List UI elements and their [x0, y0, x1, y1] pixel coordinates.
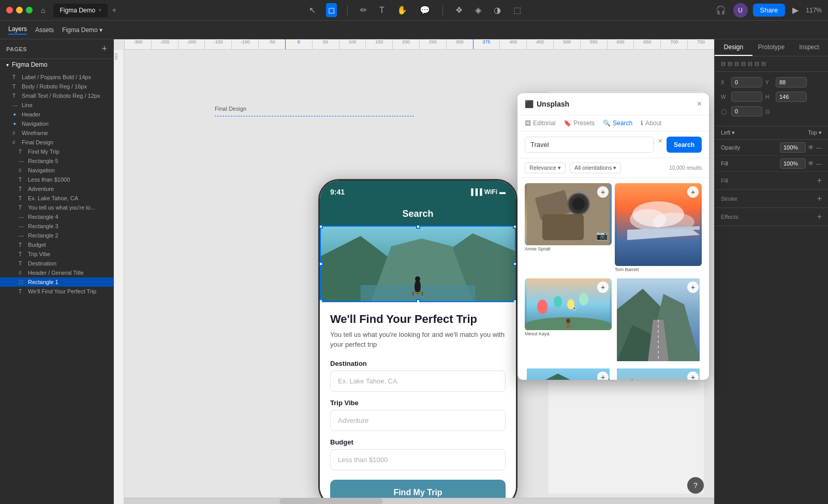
image-wrap[interactable]: +	[525, 368, 612, 380]
layer-item-budget-text[interactable]: T Less than $1000	[0, 175, 113, 184]
add-image-button[interactable]: +	[597, 186, 609, 198]
layer-item-perfect-trip[interactable]: T We'll Find Your Perfect Trip	[0, 287, 113, 296]
unsplash-close-button[interactable]: ×	[697, 99, 702, 109]
share-button[interactable]: Share	[753, 4, 786, 17]
eye-icon2[interactable]: 👁	[808, 160, 814, 167]
user-avatar[interactable]: U	[733, 3, 748, 18]
align-right-icon[interactable]: ⊟	[734, 61, 739, 67]
tab-close-icon[interactable]: ×	[98, 7, 101, 13]
component-icon[interactable]: ❖	[453, 3, 465, 17]
fullscreen-button[interactable]	[26, 7, 33, 13]
add-fill-button[interactable]: +	[817, 176, 822, 185]
image-wrap[interactable]: +	[615, 368, 702, 380]
unsplash-search-input[interactable]	[525, 137, 654, 153]
unsplash-image-item[interactable]: + Annie Spratt	[525, 183, 612, 275]
layer-item-header-title[interactable]: # Header / General Title	[0, 268, 113, 277]
destination-input[interactable]: Ex. Lake Tahoe, CA	[330, 370, 506, 392]
layer-item-rect4[interactable]: — Rectangle 4	[0, 212, 113, 221]
add-image-button[interactable]: +	[597, 281, 609, 293]
contrast-icon[interactable]: ◑	[492, 3, 503, 17]
add-image-button[interactable]: +	[687, 281, 699, 293]
hand-tool[interactable]: ✋	[395, 3, 409, 17]
layer-item-rect5[interactable]: — Rectangle 5	[0, 156, 113, 166]
layer-item-wireframe[interactable]: # Wireframe	[0, 128, 113, 138]
layer-item-destination[interactable]: T Destination	[0, 259, 113, 268]
layer-item-trip-vibe[interactable]: T Trip Vibe	[0, 249, 113, 259]
presets-tab[interactable]: 🔖 Presets	[564, 120, 595, 127]
layer-item-navigation[interactable]: ✦ Navigation	[0, 119, 113, 128]
prototype-icon[interactable]: ⬚	[511, 3, 523, 17]
resize-handle-tr[interactable]	[513, 226, 516, 229]
add-image-button[interactable]: +	[687, 372, 699, 380]
pen-tool[interactable]: ✏	[358, 3, 369, 17]
w-input[interactable]	[731, 92, 762, 102]
layer-item-final-design[interactable]: # Final Design	[0, 138, 113, 147]
layer-item-nav2[interactable]: # Navigation	[0, 166, 113, 175]
distribute-h-icon[interactable]: ⊟	[761, 61, 766, 67]
figma-demo-breadcrumb[interactable]: Figma Demo ▾	[62, 26, 102, 34]
new-tab-button[interactable]: +	[112, 6, 116, 15]
help-button[interactable]: ?	[687, 477, 704, 494]
budget-input[interactable]: Less than $1000	[330, 449, 506, 470]
corner-input[interactable]	[731, 106, 762, 116]
figma-demo-page[interactable]: ▾ Figma Demo	[0, 59, 113, 70]
layer-item-lake[interactable]: T Ex. Lake Tahoe, CA	[0, 194, 113, 203]
layer-item-find-my-trip[interactable]: T Find My Trip	[0, 147, 113, 156]
minimize-button[interactable]	[16, 7, 23, 13]
minus-icon[interactable]: —	[816, 144, 822, 151]
tab-inspect[interactable]: Inspect	[790, 39, 828, 56]
trip-vibe-input[interactable]: Adventure	[330, 410, 506, 431]
unsplash-image-item[interactable]: + Mesut Kaya	[525, 278, 612, 365]
orientation-filter[interactable]: All orientations ▾	[570, 162, 621, 173]
y-input[interactable]	[776, 77, 807, 87]
resize-handle-ml[interactable]	[320, 262, 323, 266]
layer-item[interactable]: T Body / Roboto Reg / 16px	[0, 82, 113, 91]
resize-handle-mr[interactable]	[513, 262, 516, 266]
text-tool[interactable]: T	[377, 4, 387, 17]
resize-handle-bl[interactable]	[320, 299, 323, 302]
add-image-button[interactable]: +	[687, 186, 699, 198]
unsplash-image-item[interactable]: +	[615, 278, 702, 365]
layers-tab[interactable]: Layers	[8, 25, 27, 35]
tab-prototype[interactable]: Prototype	[752, 39, 790, 56]
headphone-icon[interactable]: 🎧	[714, 3, 728, 17]
about-tab[interactable]: ℹ About	[641, 120, 661, 127]
close-button[interactable]	[6, 7, 13, 13]
add-stroke-button[interactable]: +	[817, 194, 822, 203]
scrollbar-thumb-h[interactable]	[279, 498, 383, 504]
fill-input[interactable]	[780, 158, 806, 169]
align-dropdown[interactable]: Left ▾	[721, 129, 735, 136]
add-effects-button[interactable]: +	[817, 212, 822, 221]
minus-icon2[interactable]: —	[816, 160, 822, 167]
editorial-tab[interactable]: 🖼 Editorial	[525, 120, 555, 127]
relevance-filter[interactable]: Relevance ▾	[525, 162, 566, 173]
align-bottom-icon[interactable]: ⊟	[755, 61, 759, 67]
unsplash-image-item[interactable]: +	[525, 368, 612, 380]
add-image-button[interactable]: +	[597, 372, 609, 380]
layer-item-budget-label[interactable]: T Budget	[0, 240, 113, 249]
tab-design[interactable]: Design	[715, 39, 752, 56]
layer-item-header[interactable]: ✦ Header	[0, 110, 113, 119]
eye-icon[interactable]: 👁	[808, 144, 814, 151]
figma-demo-tab[interactable]: Figma Demo ×	[53, 4, 108, 17]
clear-search-button[interactable]: ×	[658, 137, 662, 153]
unsplash-image-item[interactable]: + Tom Barrett	[615, 183, 702, 275]
image-wrap[interactable]: +	[525, 278, 612, 330]
horizontal-scrollbar[interactable]	[124, 498, 714, 504]
search-tab[interactable]: 🔍 Search	[603, 120, 632, 127]
unsplash-search-button[interactable]: Search	[667, 137, 702, 153]
resize-handle-br[interactable]	[513, 299, 516, 302]
align-left-icon[interactable]: ⊟	[721, 61, 726, 67]
layer-item[interactable]: — Line	[0, 100, 113, 110]
layer-item-subtitle[interactable]: T You tell us what you're lo...	[0, 203, 113, 212]
resize-handle-bm[interactable]	[416, 299, 420, 302]
assets-icon[interactable]: ◈	[473, 3, 483, 17]
unsplash-image-item[interactable]: +	[615, 368, 702, 380]
layer-item-rect3[interactable]: — Rectangle 3	[0, 221, 113, 231]
frame-tool[interactable]: ◻	[326, 3, 337, 17]
layer-item[interactable]: T Small Text / Roboto Reg / 12px	[0, 91, 113, 100]
layer-item-adventure[interactable]: T Adventure	[0, 184, 113, 194]
align-top-icon[interactable]: ⊟	[741, 61, 746, 67]
h-input[interactable]	[776, 92, 807, 102]
x-input[interactable]	[731, 77, 762, 87]
